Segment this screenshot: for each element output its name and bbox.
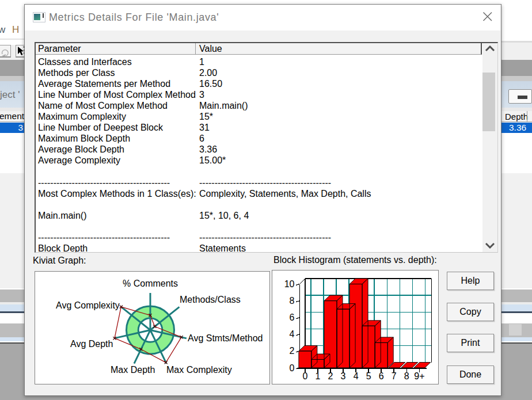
svg-text:3: 3 xyxy=(341,371,346,381)
svg-text:0: 0 xyxy=(290,363,295,373)
svg-text:8: 8 xyxy=(290,296,295,306)
svg-text:4: 4 xyxy=(290,329,295,339)
svg-text:6: 6 xyxy=(379,371,384,381)
svg-text:0: 0 xyxy=(302,371,307,381)
svg-text:2: 2 xyxy=(290,346,295,356)
svg-text:8: 8 xyxy=(404,371,409,381)
svg-text:9+: 9+ xyxy=(414,371,424,381)
svg-text:5: 5 xyxy=(366,371,371,381)
svg-text:1: 1 xyxy=(315,371,320,381)
svg-text:7: 7 xyxy=(392,371,397,381)
svg-text:2: 2 xyxy=(328,371,333,381)
svg-text:6: 6 xyxy=(290,313,295,322)
svg-text:10: 10 xyxy=(284,279,295,289)
svg-text:4: 4 xyxy=(354,371,359,381)
